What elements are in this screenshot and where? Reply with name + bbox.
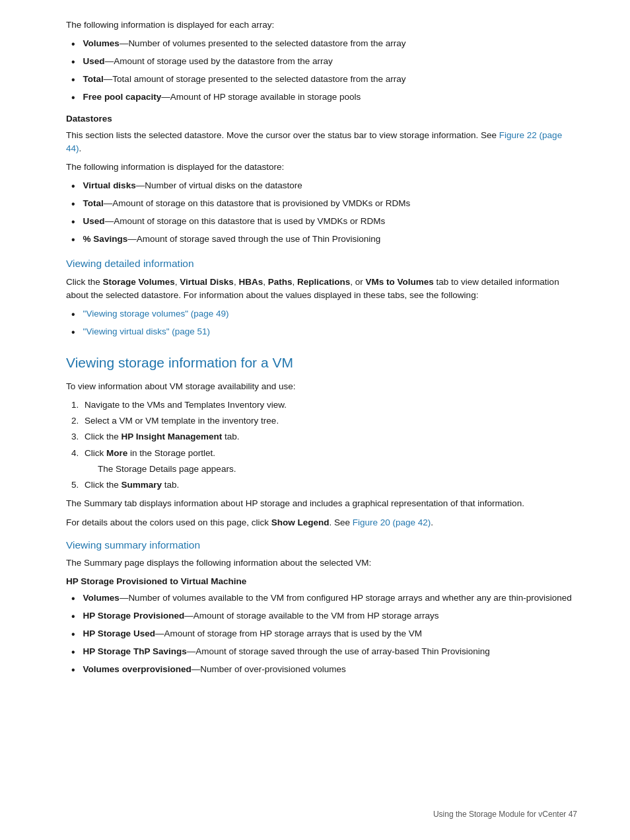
list-item: HP Storage ThP Savings—Amount of storage… <box>66 645 577 660</box>
bullet-bold: % Savings <box>83 233 128 246</box>
list-item: Virtual disks—Number of virtual disks on… <box>66 179 577 194</box>
viewing-summary-heading: Viewing summary information <box>66 537 577 553</box>
list-item: Total—Total amount of storage presented … <box>66 73 577 88</box>
hp-storage-heading: HP Storage Provisioned to Virtual Machin… <box>66 575 577 588</box>
bullet-text: —Amount of storage saved through the use… <box>187 645 490 658</box>
step-number: 4. <box>71 447 85 460</box>
bullet-bold: Volumes overprovisioned <box>83 663 192 676</box>
array-bullets-list: Volumes—Number of volumes presented to t… <box>66 37 577 106</box>
figure20-link[interactable]: Figure 20 (page 42) <box>353 517 431 527</box>
list-item: 5. Click the Summary tab. <box>66 478 577 492</box>
vm-para1: The Summary tab displays information abo… <box>66 497 577 510</box>
list-item: Volumes overprovisioned—Number of over-p… <box>66 663 577 678</box>
summary-bullets-list: Volumes—Number of volumes available to t… <box>66 592 577 678</box>
bullet-text: —Amount of storage from HP storage array… <box>155 627 422 640</box>
list-item: Volumes—Number of volumes presented to t… <box>66 37 577 52</box>
bullet-bold: Free pool capacity <box>83 91 162 104</box>
datastores-para1: This section lists the selected datastor… <box>66 129 577 156</box>
list-item: 1. Navigate to the VMs and Templates Inv… <box>66 399 577 412</box>
vm-steps-list: 1. Navigate to the VMs and Templates Inv… <box>66 399 577 492</box>
bullet-bold: Total <box>83 197 104 210</box>
storage-vm-section: Viewing storage information for a VM To … <box>66 352 577 529</box>
list-item: 3. Click the HP Insight Management tab. <box>66 430 577 443</box>
bullet-bold: HP Storage ThP Savings <box>83 645 187 658</box>
list-item: 4. Click More in the Storage portlet. <box>66 447 577 460</box>
list-item: HP Storage Provisioned—Amount of storage… <box>66 609 577 625</box>
bullet-text: —Amount of storage saved through the use… <box>127 233 380 246</box>
step-number: 1. <box>71 399 85 412</box>
bullet-text: —Number of volumes available to the VM f… <box>120 592 572 605</box>
bullet-text: —Amount of HP storage available in stora… <box>161 91 361 104</box>
step-text: Navigate to the VMs and Templates Invent… <box>85 399 287 412</box>
vm-para2: For details about the colors used on thi… <box>66 516 577 529</box>
list-item: Volumes—Number of volumes available to t… <box>66 592 577 607</box>
step-indent-text: The Storage Details page appears. <box>98 463 236 476</box>
viewing-summary-section: Viewing summary information The Summary … <box>66 537 577 678</box>
bullet-text: —Total amount of storage presented to th… <box>104 73 406 86</box>
bullet-bold: Volumes <box>83 592 120 605</box>
bullet-text: —Number of virtual disks on the datastor… <box>136 179 302 192</box>
bullet-bold: Virtual disks <box>83 179 136 192</box>
storage-vm-heading: Viewing storage information for a VM <box>66 352 577 373</box>
step-text: Select a VM or VM template in the invent… <box>85 414 279 428</box>
list-item: Total—Amount of storage on this datastor… <box>66 197 577 212</box>
list-item: The Storage Details page appears. <box>66 463 577 476</box>
footer-label: Using the Storage Module for vCenter 47 <box>433 810 577 819</box>
list-item: Used—Amount of storage used by the datas… <box>66 55 577 70</box>
step-text: Click the Summary tab. <box>85 478 179 492</box>
step-text: Click the HP Insight Management tab. <box>85 430 240 443</box>
list-item: "Viewing storage volumes" (page 49) <box>66 307 577 323</box>
list-item: Free pool capacity—Amount of HP storage … <box>66 91 577 106</box>
viewing-detailed-heading: Viewing detailed information <box>66 256 577 271</box>
datastore-bullets-list: Virtual disks—Number of virtual disks on… <box>66 179 577 248</box>
viewing-detailed-section: Viewing detailed information Click the S… <box>66 256 577 340</box>
datastores-heading: Datastores <box>66 112 577 126</box>
bullet-text: —Amount of storage on this datastore tha… <box>104 197 410 210</box>
list-item: "Viewing virtual disks" (page 51) <box>66 325 577 340</box>
bullet-bold: Used <box>83 55 105 68</box>
datastores-section: Datastores This section lists the select… <box>66 112 577 248</box>
viewing-detailed-links-list: "Viewing storage volumes" (page 49) "Vie… <box>66 307 577 340</box>
intro-paragraph: The following information is displayed f… <box>66 19 577 32</box>
step-text: Click More in the Storage portlet. <box>85 447 215 460</box>
bullet-text: —Amount of storage on this datastore tha… <box>105 215 386 228</box>
summary-para: The Summary page displays the following … <box>66 556 577 570</box>
bullet-bold: Used <box>83 215 105 228</box>
bullet-bold: Total <box>83 73 104 86</box>
list-item: % Savings—Amount of storage saved throug… <box>66 233 577 248</box>
step-number: 5. <box>71 478 85 492</box>
page-container: The following information is displayed f… <box>0 0 630 840</box>
viewing-virtual-disks-link[interactable]: "Viewing virtual disks" (page 51) <box>83 325 210 338</box>
page-footer: Using the Storage Module for vCenter 47 <box>433 808 577 820</box>
bullet-text: —Number of volumes presented to the sele… <box>120 37 406 50</box>
bullet-bold: HP Storage Used <box>83 627 155 640</box>
viewing-volumes-link[interactable]: "Viewing storage volumes" (page 49) <box>83 307 229 321</box>
bullet-text: —Number of over-provisioned volumes <box>192 663 346 676</box>
step-number: 2. <box>71 414 85 428</box>
step-number: 3. <box>71 430 85 443</box>
vm-intro: To view information about VM storage ava… <box>66 380 577 393</box>
list-item: Used—Amount of storage on this datastore… <box>66 215 577 230</box>
bullet-text: —Amount of storage used by the datastore… <box>105 55 333 68</box>
bullet-bold: HP Storage Provisioned <box>83 609 185 623</box>
datastores-para2: The following information is displayed f… <box>66 161 577 174</box>
list-item: HP Storage Used—Amount of storage from H… <box>66 627 577 642</box>
viewing-detailed-para: Click the Storage Volumes, Virtual Disks… <box>66 276 577 303</box>
list-item: 2. Select a VM or VM template in the inv… <box>66 414 577 428</box>
bullet-text: —Amount of storage available to the VM f… <box>184 609 438 623</box>
bullet-bold: Volumes <box>83 37 120 50</box>
